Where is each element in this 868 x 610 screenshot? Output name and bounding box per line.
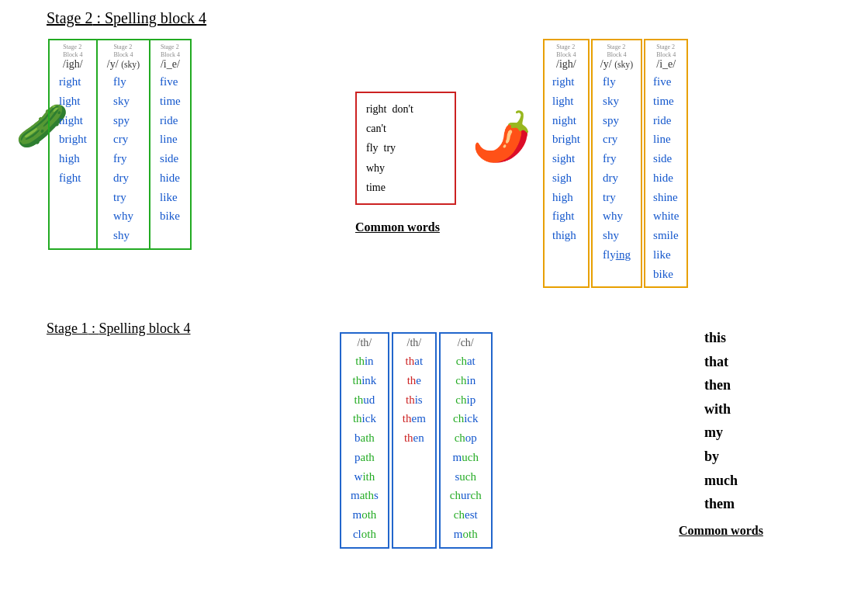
card-phoneme-1: /igh/ <box>63 58 83 71</box>
card-header-2: Stage 2Block 4 <box>113 43 133 58</box>
bc-phoneme-3: /ch/ <box>458 337 474 349</box>
common-words-label-s2: Common words <box>355 220 440 234</box>
bc-words-3: chat chin chip chick chop much such chur… <box>450 352 482 544</box>
card-phoneme-2: /y/ (sky) <box>107 58 140 71</box>
blue-card-th2: /th/ that the this them then <box>392 332 437 549</box>
blue-card-th1: /th/ thin think thud thick bath path wit… <box>340 332 389 549</box>
common-words-text-s2: right don'tcan'tfly trywhytime <box>366 99 445 197</box>
stage1-title: Stage 1 : Spelling block 4 <box>47 321 191 337</box>
y-card-phoneme-2: /y/ (sky) <box>600 58 633 71</box>
y-card-words-3: fivetimeridelinesidehideshinewhitesmilel… <box>653 72 679 283</box>
card-phoneme-3: /i_e/ <box>161 58 180 71</box>
card-words-3: fivetimeridelinesidehidelikebike <box>160 72 181 226</box>
green-card-y: Stage 2Block 4 /y/ (sky) flyskyspycryfry… <box>98 40 150 248</box>
stage2-yellow-cards: Stage 2Block 4 /igh/ rightlightnightbrig… <box>543 39 688 288</box>
stage2-label: Stage 2 <box>47 9 92 26</box>
s1-word-list: thisthatthenwithmybymuchthem <box>704 326 738 516</box>
card-words-2: flyskyspycryfrydrytrywhyshy <box>113 72 133 245</box>
yellow-card-y: Stage 2Block 4 /y/ (sky) flyskyspycryfry… <box>591 39 642 288</box>
card-header-3: Stage 2Block 4 <box>161 43 180 58</box>
common-label-s1: Common words <box>679 524 763 538</box>
stage2-subtitle: Spelling block 4 <box>105 9 206 26</box>
y-card-header-2: Stage 2Block 4 <box>607 43 626 58</box>
bc-words-2: that the this them then <box>403 352 426 448</box>
green-card-igh: Stage 2Block 4 /igh/ rightlightnightbrig… <box>50 40 98 248</box>
stage1-common-words: thisthatthenwithmybymuchthem Common word… <box>679 326 763 538</box>
bc-words-1: thin think thud thick bath path with mat… <box>351 352 379 544</box>
stage1-label: Stage 1 <box>47 321 88 336</box>
card-words-1: rightlightnightbrighthighfight <box>59 72 87 188</box>
yellow-card-ie: Stage 2Block 4 /i_e/ fivetimeridelinesid… <box>644 39 688 288</box>
card-header-1: Stage 2Block 4 <box>63 43 82 58</box>
y-card-words-2: flyskyspycryfrydrytrywhyshyflying <box>603 72 631 265</box>
common-words-box-s2: right don'tcan'tfly trywhytime <box>355 92 456 205</box>
yellow-card-igh: Stage 2Block 4 /igh/ rightlightnightbrig… <box>543 39 590 288</box>
y-card-words-1: rightlightnightbrightsightsighhighfightt… <box>552 72 580 245</box>
y-card-header-3: Stage 2Block 4 <box>656 43 676 58</box>
chili-character: 🌶️ <box>472 109 531 165</box>
stage1-subtitle: Spelling block 4 <box>99 321 191 336</box>
stage2-title: Stage 2 : Spelling block 4 <box>47 9 206 27</box>
y-card-header-1: Stage 2Block 4 <box>556 43 576 58</box>
y-card-phoneme-3: /i_e/ <box>656 58 676 71</box>
stage1-blue-cards: /th/ thin think thud thick bath path wit… <box>340 332 493 549</box>
stage2-green-cards: Stage 2Block 4 /igh/ rightlightnightbrig… <box>48 39 192 250</box>
bc-phoneme-2: /th/ <box>407 337 422 349</box>
blue-card-ch: /ch/ chat chin chip chick chop much such… <box>439 332 493 549</box>
green-card-ie: Stage 2Block 4 /i_e/ fivetimeridelinesid… <box>150 40 190 248</box>
bc-phoneme-1: /th/ <box>358 337 372 349</box>
y-card-phoneme-1: /igh/ <box>556 58 576 71</box>
